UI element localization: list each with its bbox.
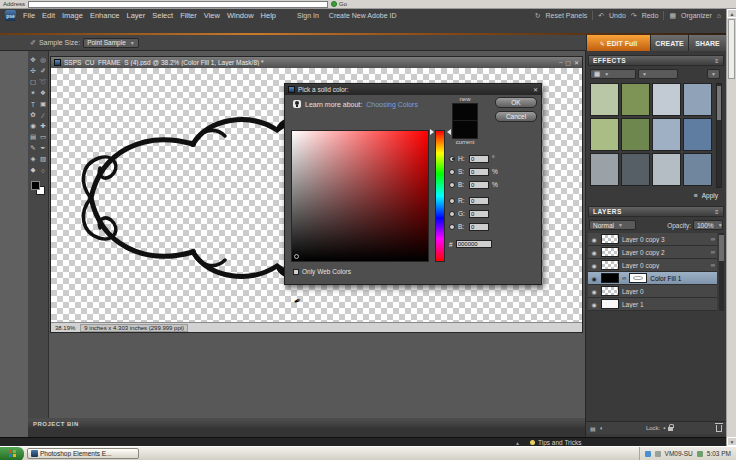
- taskbar-item-photoshop[interactable]: Photoshop Elements E...: [27, 448, 139, 459]
- move-tool[interactable]: ✥: [28, 55, 38, 65]
- type-tool[interactable]: T: [28, 99, 38, 109]
- scrollbar-thumb[interactable]: [728, 19, 735, 79]
- effect-thumbnail[interactable]: [683, 118, 712, 151]
- menu-file[interactable]: File: [23, 11, 35, 20]
- reset-panels-button[interactable]: Reset Panels: [546, 12, 588, 19]
- dialog-close-icon[interactable]: ✕: [533, 86, 538, 93]
- layer-row[interactable]: ◉ Layer 0: [588, 285, 717, 298]
- layer-thumbnail[interactable]: [601, 299, 619, 309]
- green-input[interactable]: [469, 210, 489, 218]
- quick-selection-tool[interactable]: ❖: [38, 88, 48, 98]
- lock-all-icon[interactable]: [668, 427, 673, 431]
- effect-thumbnail[interactable]: [652, 83, 681, 116]
- delete-layer-trash-icon[interactable]: [716, 425, 722, 432]
- layers-panel-header[interactable]: LAYERS ≡: [588, 206, 724, 217]
- effect-thumbnail[interactable]: [652, 153, 681, 186]
- layer-row[interactable]: ◉ Layer 0 copy 3 ∞: [588, 233, 717, 246]
- red-eye-tool[interactable]: ◉: [28, 121, 38, 131]
- visibility-eye-icon[interactable]: ◉: [590, 262, 598, 269]
- effects-category-dropdown[interactable]: ▦▼: [590, 69, 636, 79]
- minimize-icon[interactable]: –: [559, 59, 562, 66]
- lock-transparency-icon[interactable]: ▪: [663, 425, 665, 431]
- blue-input[interactable]: [469, 223, 489, 231]
- layer-thumbnail[interactable]: [601, 247, 619, 257]
- zoom-level[interactable]: 38.19%: [55, 325, 75, 331]
- layer-mask-thumbnail[interactable]: [629, 273, 647, 283]
- effect-thumbnail[interactable]: [652, 118, 681, 151]
- red-input[interactable]: [469, 197, 489, 205]
- panel-options-icon[interactable]: ≡: [694, 192, 698, 199]
- color-field-marker[interactable]: [294, 254, 299, 259]
- hand-tool[interactable]: ✣: [28, 66, 38, 76]
- brightness-radio[interactable]: [449, 182, 455, 188]
- effect-thumbnail[interactable]: [590, 153, 619, 186]
- shape-tool[interactable]: ◆: [28, 165, 38, 175]
- tray-security-icon[interactable]: [697, 451, 703, 457]
- document-title-bar[interactable]: SSPS_CU_FRAME_S (4).psd @ 38.2% (Color F…: [51, 57, 582, 68]
- scroll-down-arrow-icon[interactable]: ▼: [727, 437, 736, 446]
- start-button[interactable]: [0, 447, 24, 460]
- restore-icon[interactable]: ▢: [565, 59, 571, 66]
- hue-slider[interactable]: [435, 130, 445, 262]
- color-field[interactable]: [291, 130, 429, 262]
- tray-volume-icon[interactable]: [655, 451, 661, 457]
- menu-filter[interactable]: Filter: [180, 11, 197, 20]
- smart-brush-tool[interactable]: ✒: [38, 143, 48, 153]
- layer-name[interactable]: Layer 0: [622, 288, 715, 295]
- collapse-arrow-icon[interactable]: ▲: [515, 438, 520, 446]
- ok-button[interactable]: OK: [495, 97, 537, 108]
- home-icon[interactable]: ⌂: [717, 12, 721, 19]
- healing-brush-tool[interactable]: ✚: [38, 121, 48, 131]
- lasso-tool[interactable]: ➰: [38, 77, 48, 87]
- close-icon[interactable]: ✕: [574, 59, 579, 66]
- effect-thumbnail[interactable]: [621, 83, 650, 116]
- layer-name[interactable]: Layer 0 copy: [622, 262, 708, 269]
- dialog-title-bar[interactable]: Pick a solid color: ✕: [285, 84, 541, 95]
- saturation-radio[interactable]: [449, 169, 455, 175]
- layer-name[interactable]: Layer 0 copy 3: [622, 236, 708, 243]
- new-layer-icon[interactable]: ▤: [590, 425, 596, 432]
- layer-row[interactable]: ◉ Layer 1: [588, 298, 717, 311]
- project-bin-header[interactable]: PROJECT BIN: [28, 419, 585, 428]
- opacity-dropdown[interactable]: 100% ▼: [693, 220, 723, 230]
- layer-row[interactable]: ◉ Layer 0 copy 2 ∞: [588, 246, 717, 259]
- effect-thumbnail[interactable]: [590, 118, 619, 151]
- go-button[interactable]: Go: [331, 1, 347, 7]
- only-web-colors-checkbox[interactable]: [293, 269, 299, 275]
- foreground-color-swatch[interactable]: [31, 181, 40, 190]
- effects-scrollbar[interactable]: [716, 83, 722, 188]
- blur-tool[interactable]: ○: [38, 165, 48, 175]
- effects-panel-header[interactable]: EFFECTS ≡: [588, 55, 724, 66]
- layer-thumbnail[interactable]: [601, 286, 619, 296]
- tab-share[interactable]: SHARE: [688, 35, 726, 51]
- layer-thumbnail[interactable]: [601, 234, 619, 244]
- tips-and-tricks-link[interactable]: Tips and Tricks: [538, 439, 581, 446]
- visibility-eye-icon[interactable]: ◉: [590, 249, 598, 256]
- effect-thumbnail[interactable]: [683, 83, 712, 116]
- layer-name[interactable]: Layer 1: [622, 301, 715, 308]
- panel-menu-icon[interactable]: ≡: [715, 58, 719, 64]
- layer-name[interactable]: Layer 0 copy 2: [622, 249, 708, 256]
- tab-edit-full[interactable]: ✎ EDIT Full: [586, 35, 650, 51]
- layer-thumbnail[interactable]: [601, 260, 619, 270]
- effect-thumbnail[interactable]: [621, 118, 650, 151]
- effects-more-dropdown[interactable]: ▼: [707, 69, 720, 79]
- effect-thumbnail[interactable]: [590, 83, 619, 116]
- visibility-eye-icon[interactable]: ◉: [590, 301, 598, 308]
- menu-layer[interactable]: Layer: [127, 11, 146, 20]
- organizer-button[interactable]: Organizer: [681, 12, 712, 19]
- effects-type-dropdown[interactable]: ▼: [638, 69, 678, 79]
- page-scrollbar[interactable]: ▲ ▼: [726, 9, 736, 446]
- visibility-eye-icon[interactable]: ◉: [590, 236, 598, 243]
- cancel-button[interactable]: Cancel: [495, 111, 537, 122]
- menu-edit[interactable]: Edit: [42, 11, 55, 20]
- brightness-input[interactable]: [469, 181, 489, 189]
- brush-tool[interactable]: ✎: [28, 143, 38, 153]
- zoom-tool[interactable]: ◎: [38, 55, 48, 65]
- menu-view[interactable]: View: [204, 11, 220, 20]
- redo-button[interactable]: Redo: [642, 12, 659, 19]
- paint-bucket-tool[interactable]: ◈: [28, 154, 38, 164]
- hue-slider-left-arrow-icon[interactable]: [430, 129, 434, 135]
- panel-menu-icon[interactable]: ≡: [715, 209, 719, 215]
- hue-input[interactable]: [469, 155, 489, 163]
